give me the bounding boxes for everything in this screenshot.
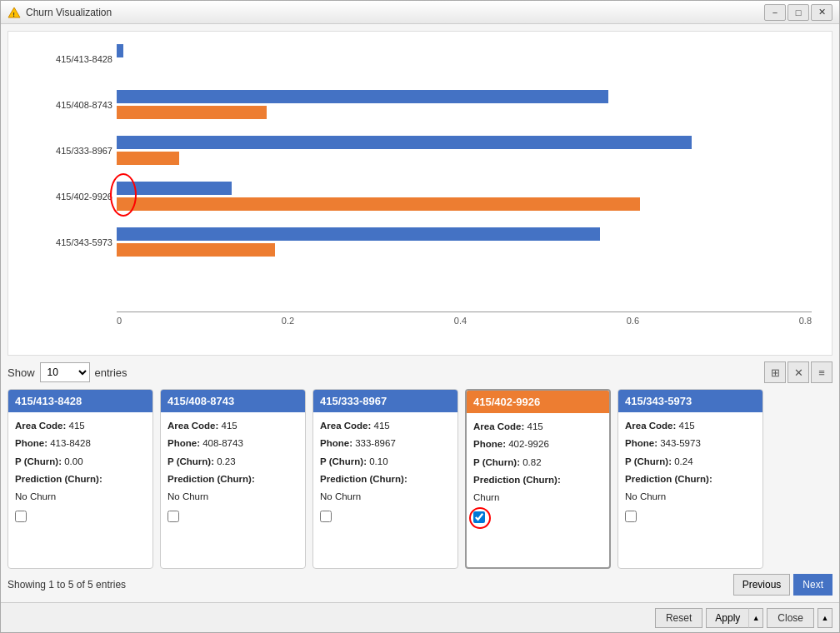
app-icon: ! bbox=[8, 6, 21, 19]
pred-value-5: No Churn bbox=[625, 490, 756, 504]
bars-0 bbox=[117, 44, 123, 73]
showing-text: Showing 1 to 5 of 5 entries bbox=[8, 579, 126, 591]
clear-button[interactable]: ✕ bbox=[788, 361, 809, 383]
bar-label-4: 415/343-5973 bbox=[12, 237, 112, 247]
phone-field-2: Phone: 408-8743 bbox=[168, 436, 298, 451]
p-churn-field-3: P (Churn): 0.10 bbox=[320, 455, 451, 469]
checkbox-row-4 bbox=[473, 511, 602, 526]
checkbox-row-2 bbox=[168, 511, 298, 522]
card-header-1: 415/413-8428 bbox=[8, 390, 152, 412]
bar-row-4: 415/343-5973 bbox=[117, 227, 823, 257]
bar-label-3: 415/402-9926 bbox=[12, 192, 112, 202]
card-body-5: Area Code: 415 Phone: 343-5973 P (Churn)… bbox=[618, 412, 762, 568]
window-title: Churn Visualization bbox=[26, 7, 764, 18]
pred-label-5: Prediction (Churn): bbox=[625, 472, 756, 486]
grid-view-button[interactable]: ⊞ bbox=[764, 361, 786, 383]
bar-blue-3 bbox=[117, 182, 232, 195]
x-tick-0: 0 bbox=[117, 316, 122, 326]
checkbox-row-1 bbox=[15, 511, 146, 522]
minimize-button[interactable]: − bbox=[764, 4, 786, 21]
pred-label-1: Prediction (Churn): bbox=[15, 472, 146, 486]
main-content: 415/413-8428 415/408-8743 41 bbox=[1, 24, 839, 602]
pred-value-3: No Churn bbox=[320, 490, 451, 504]
pagination-buttons: Previous Next bbox=[733, 574, 832, 596]
bar-row-0: 415/413-8428 bbox=[117, 44, 823, 73]
close-window-button[interactable]: ✕ bbox=[811, 4, 832, 21]
area-code-field-1: Area Code: 415 bbox=[15, 419, 146, 433]
close-button[interactable]: Close bbox=[767, 608, 814, 628]
pred-label-4: Prediction (Churn): bbox=[473, 473, 602, 487]
card-415-408-8743: 415/408-8743 Area Code: 415 Phone: 408-8… bbox=[160, 389, 306, 569]
table-controls: ⊞ ✕ ≡ bbox=[764, 361, 832, 383]
bar-orange-2 bbox=[117, 152, 179, 165]
card-body-3: Area Code: 415 Phone: 333-8967 P (Churn)… bbox=[313, 412, 458, 568]
bar-orange-1 bbox=[117, 106, 267, 119]
phone-field-3: Phone: 333-8967 bbox=[320, 436, 451, 451]
area-code-field-3: Area Code: 415 bbox=[320, 419, 451, 433]
pagination-row: Showing 1 to 5 of 5 entries Previous Nex… bbox=[8, 574, 832, 596]
bar-label-0: 415/413-8428 bbox=[12, 54, 112, 64]
bars-2 bbox=[117, 136, 692, 165]
reset-button[interactable]: Reset bbox=[655, 608, 702, 628]
x-tick-2: 0.4 bbox=[454, 316, 467, 326]
apply-split-button: Apply ▲ bbox=[706, 608, 763, 628]
pred-label-3: Prediction (Churn): bbox=[320, 472, 451, 486]
p-churn-field-5: P (Churn): 0.24 bbox=[625, 455, 756, 469]
bar-blue-2 bbox=[117, 136, 692, 149]
close-dropdown-button[interactable]: ▲ bbox=[818, 608, 832, 628]
bar-orange-4 bbox=[117, 243, 275, 257]
card-header-4: 415/402-9926 bbox=[467, 391, 609, 413]
entries-select[interactable]: 10 25 50 bbox=[40, 362, 90, 382]
bars-4 bbox=[117, 227, 600, 257]
card-checkbox-2[interactable] bbox=[168, 511, 179, 522]
area-code-field-5: Area Code: 415 bbox=[625, 419, 756, 433]
card-415-333-8967: 415/333-8967 Area Code: 415 Phone: 333-8… bbox=[312, 389, 458, 569]
p-churn-field-4: P (Churn): 0.82 bbox=[473, 456, 602, 470]
previous-button[interactable]: Previous bbox=[733, 574, 791, 596]
bar-row-3: 415/402-9926 bbox=[117, 182, 823, 211]
x-axis-line bbox=[117, 312, 812, 312]
x-axis-ticks: 0 0.2 0.4 0.6 0.8 bbox=[117, 316, 812, 326]
bottom-section: Show 10 25 50 entries ⊞ ✕ ≡ 415/413-8 bbox=[8, 356, 832, 596]
card-body-4: Area Code: 415 Phone: 402-9926 P (Churn)… bbox=[467, 413, 609, 567]
checkbox-row-3 bbox=[320, 511, 451, 522]
checkbox-row-5 bbox=[625, 511, 756, 522]
next-button[interactable]: Next bbox=[793, 574, 832, 596]
card-header-5: 415/343-5973 bbox=[618, 390, 762, 412]
phone-field-1: Phone: 413-8428 bbox=[15, 436, 146, 451]
bar-row-2: 415/333-8967 bbox=[117, 136, 823, 165]
x-tick-4: 0.8 bbox=[799, 316, 812, 326]
bar-blue-0 bbox=[117, 44, 123, 57]
restore-button[interactable]: □ bbox=[788, 4, 809, 21]
show-entries-row: Show 10 25 50 entries ⊞ ✕ ≡ bbox=[8, 362, 832, 382]
apply-dropdown-button[interactable]: ▲ bbox=[748, 608, 763, 628]
title-bar: ! Churn Visualization − □ ✕ bbox=[1, 1, 839, 24]
pred-value-1: No Churn bbox=[15, 490, 146, 504]
bars-1 bbox=[117, 90, 608, 119]
card-415-343-5973: 415/343-5973 Area Code: 415 Phone: 343-5… bbox=[618, 389, 763, 569]
card-checkbox-5[interactable] bbox=[625, 511, 637, 522]
bar-orange-3 bbox=[117, 197, 640, 211]
checkbox-highlight-wrapper bbox=[473, 511, 485, 526]
bar-label-1: 415/408-8743 bbox=[12, 100, 112, 110]
apply-button[interactable]: Apply bbox=[706, 608, 748, 628]
card-body-2: Area Code: 415 Phone: 408-8743 P (Churn)… bbox=[161, 412, 305, 568]
bars-3 bbox=[117, 182, 640, 211]
chart-area: 415/413-8428 415/408-8743 41 bbox=[8, 31, 832, 356]
card-checkbox-3[interactable] bbox=[320, 511, 332, 522]
window-controls: − □ ✕ bbox=[764, 4, 832, 21]
p-churn-field-1: P (Churn): 0.00 bbox=[15, 455, 146, 469]
card-checkbox-4[interactable] bbox=[473, 511, 485, 523]
phone-field-5: Phone: 343-5973 bbox=[625, 436, 756, 451]
bar-label-2: 415/333-8967 bbox=[12, 146, 112, 156]
pred-value-2: No Churn bbox=[168, 490, 298, 504]
area-code-field-4: Area Code: 415 bbox=[473, 420, 602, 434]
bar-blue-4 bbox=[117, 227, 600, 241]
card-checkbox-1[interactable] bbox=[15, 511, 27, 522]
menu-button[interactable]: ≡ bbox=[811, 361, 832, 383]
bar-row-1: 415/408-8743 bbox=[117, 90, 823, 119]
svg-text:!: ! bbox=[12, 11, 15, 18]
cards-area: 415/413-8428 Area Code: 415 Phone: 413-8… bbox=[8, 389, 832, 569]
card-415-402-9926: 415/402-9926 Area Code: 415 Phone: 402-9… bbox=[465, 389, 611, 569]
x-tick-3: 0.6 bbox=[627, 316, 639, 326]
